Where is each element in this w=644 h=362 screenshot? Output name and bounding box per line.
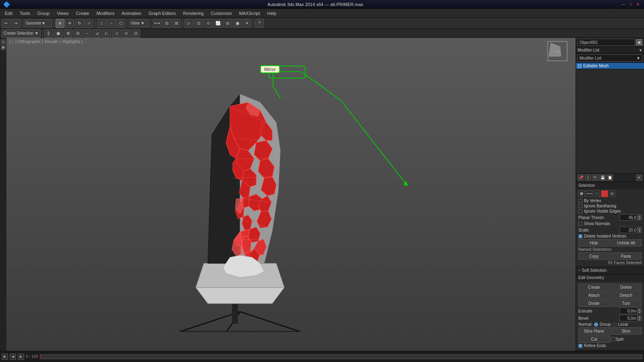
sel-edge[interactable]	[586, 190, 592, 197]
tb-select-region-fence[interactable]: ⬠	[116, 19, 125, 28]
tb-select[interactable]: ⊕	[56, 19, 64, 28]
menu-animation[interactable]: Animation	[118, 10, 145, 17]
tb-curve-editor[interactable]: 📈	[213, 19, 222, 28]
divide-button[interactable]: Divide	[578, 300, 610, 307]
normal-local-radio[interactable]	[613, 323, 617, 327]
menu-views[interactable]: Views	[54, 10, 72, 17]
detach-button[interactable]: Detach	[611, 292, 642, 299]
prev-frame-btn[interactable]: ◀	[10, 354, 16, 360]
tb2-btn8[interactable]: ◁	[112, 29, 121, 38]
left-btn-2[interactable]: ▶	[1, 45, 6, 50]
rp-icon-pin[interactable]: 📌	[578, 174, 584, 181]
scale-spin-down[interactable]: ▼	[638, 230, 642, 233]
tb-undo[interactable]: ↩	[2, 19, 10, 28]
tb-align[interactable]: ⊟	[162, 19, 171, 28]
scale-spinner[interactable]: ▲ ▼	[638, 227, 642, 233]
tb-layers[interactable]: ▣	[233, 19, 242, 28]
show-normals-checkbox[interactable]	[578, 222, 582, 226]
menu-edit[interactable]: Edit	[2, 10, 16, 17]
tb-xview[interactable]: ✕	[242, 19, 251, 28]
sel-element[interactable]: ⊟	[609, 190, 615, 197]
planar-thresh-spinner[interactable]: ▲ ▼	[638, 215, 642, 220]
scale-spin-up[interactable]: ▲	[638, 227, 642, 230]
spin-down[interactable]: ▼	[638, 217, 642, 220]
rp-icon-layers[interactable]: 📋	[607, 174, 613, 181]
spin-up[interactable]: ▲	[638, 215, 642, 217]
by-vertex-checkbox[interactable]	[578, 199, 582, 203]
slice-plane-button[interactable]: Slice Plane	[578, 327, 610, 335]
modifier-list-dropdown[interactable]: Modifier List ▼	[578, 54, 642, 62]
tb2-btn7[interactable]: ▷	[102, 29, 111, 38]
normal-group-radio[interactable]	[594, 323, 598, 327]
bevel-input[interactable]	[619, 315, 638, 321]
tb-scale[interactable]: ⤢	[85, 19, 93, 28]
menu-modifiers[interactable]: Modifiers	[93, 10, 118, 17]
rp-icon-delete[interactable]: ✕	[636, 174, 642, 181]
menu-rendering[interactable]: Rendering	[180, 10, 207, 17]
slice-button[interactable]: Slice	[611, 327, 642, 335]
play-btn[interactable]: ▶	[2, 354, 8, 360]
rp-icon-highlight[interactable]: |	[585, 174, 591, 181]
cut-button[interactable]: Cut	[578, 335, 610, 343]
tb-render[interactable]: ▷	[184, 19, 193, 28]
scale-input[interactable]	[619, 227, 638, 233]
selection-header[interactable]: Selection	[576, 182, 644, 189]
tb-mirror[interactable]: ⟷	[153, 19, 162, 28]
left-btn-1[interactable]: +	[1, 39, 6, 44]
geometry-dropdown[interactable]: Geometr▼	[24, 19, 52, 27]
turn-button[interactable]: Turn	[611, 300, 642, 307]
soft-selection-header[interactable]: + Soft Selection	[576, 267, 644, 274]
sel-vertex[interactable]	[578, 190, 585, 197]
tb2-btn3[interactable]: ⊞	[64, 29, 72, 38]
create-button[interactable]: Create	[578, 283, 610, 291]
menu-tools[interactable]: Tools	[17, 10, 33, 17]
refine-ends-checkbox[interactable]	[578, 344, 582, 348]
ignore-backfacing-checkbox[interactable]	[578, 204, 582, 208]
menu-maxscript[interactable]: MAXScript	[236, 10, 263, 17]
tb2-btn10[interactable]: ⊡	[131, 29, 140, 38]
menu-customize[interactable]: Customize	[208, 10, 235, 17]
viewport[interactable]: [ + ] Orthographic | Smooth + Highlights…	[6, 38, 576, 351]
tb-array[interactable]: ⊞	[172, 19, 181, 28]
paste-button[interactable]: Paste	[611, 252, 642, 260]
view-cube[interactable]: Top	[547, 41, 567, 61]
menu-graph-editors[interactable]: Graph Editors	[145, 10, 179, 17]
attach-button[interactable]: Attach	[578, 292, 610, 299]
extrude-spinner[interactable]: ▲ ▼	[638, 308, 642, 314]
tb-material[interactable]: ⊙	[204, 19, 213, 28]
sel-face[interactable]	[601, 190, 608, 197]
tb-render-frame[interactable]: ⊡	[194, 19, 203, 28]
tb2-btn9[interactable]: ⊙	[122, 29, 130, 38]
bevel-spin-up[interactable]: ▲	[638, 315, 642, 318]
planar-thresh-input[interactable]	[619, 214, 638, 221]
rp-icon-edit[interactable]: ✎	[592, 174, 598, 181]
menu-group[interactable]: Group	[34, 10, 53, 17]
sel-border[interactable]: □	[594, 190, 600, 197]
extrude-input[interactable]	[619, 308, 638, 314]
minimize-button[interactable]: —	[621, 2, 626, 7]
next-frame-btn[interactable]: ▶	[18, 354, 24, 360]
tb-help[interactable]: ?	[255, 19, 264, 28]
close-button[interactable]: ✕	[635, 2, 641, 7]
tb2-btn4[interactable]: ⊟	[73, 29, 82, 38]
rp-icon-save[interactable]: 💾	[599, 174, 606, 181]
rp-color-picker[interactable]: ▣	[636, 39, 642, 46]
delete-button[interactable]: Delete	[611, 283, 642, 291]
tb-rotate[interactable]: ↻	[75, 19, 84, 28]
unhide-all-button[interactable]: Unhide All	[611, 239, 642, 246]
delete-isolated-checkbox[interactable]	[578, 234, 582, 238]
object-name-field[interactable]	[578, 39, 635, 46]
view-dropdown[interactable]: View ▼	[129, 19, 149, 27]
tb2-btn1[interactable]: ||	[44, 29, 53, 38]
menu-create[interactable]: Create	[72, 10, 92, 17]
tb-schematic[interactable]: ⊟	[223, 19, 232, 28]
copy-button[interactable]: Copy	[578, 252, 610, 260]
tb2-btn5[interactable]: ↔	[83, 29, 92, 38]
tb-redo[interactable]: ↪	[11, 19, 20, 28]
split-checkbox[interactable]	[611, 337, 615, 341]
tb-select-region-circle[interactable]: ○	[107, 19, 116, 28]
bevel-spinner[interactable]: ▲ ▼	[638, 315, 642, 321]
hide-button[interactable]: Hide	[578, 239, 610, 246]
modifier-editable-mesh[interactable]: Editable Mesh	[576, 63, 644, 69]
extrude-spin-down[interactable]: ▼	[638, 311, 642, 314]
